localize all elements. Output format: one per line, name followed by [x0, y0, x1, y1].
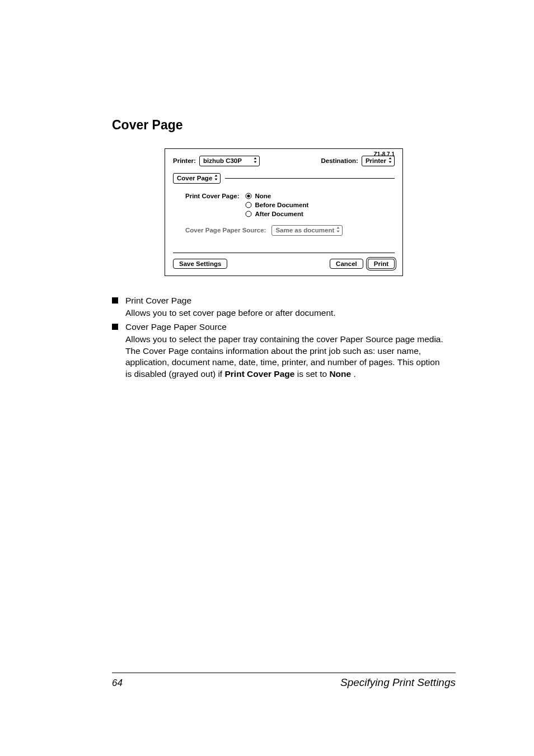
print-button[interactable]: Print — [368, 259, 395, 269]
bullet-body: Allows you to select the paper tray cont… — [125, 334, 444, 381]
panel-rule — [225, 178, 395, 179]
radio-after[interactable]: After Document — [245, 211, 395, 217]
radio-after-label: After Document — [255, 211, 303, 217]
print-cover-page-label: Print Cover Page: — [185, 193, 240, 217]
radio-unselected-icon — [245, 211, 252, 217]
cancel-button[interactable]: Cancel — [330, 259, 363, 269]
updown-icon — [336, 227, 340, 234]
save-settings-button[interactable]: Save Settings — [173, 259, 227, 269]
page-footer: 64 Specifying Print Settings — [112, 673, 456, 689]
destination-select-value: Printer — [366, 157, 386, 165]
print-dialog: Z1-8.7.1 Printer: bizhub C30P Destinatio… — [165, 148, 403, 276]
printer-select-value: bizhub C30P — [203, 157, 242, 165]
paper-source-row: Cover Page Paper Source: Same as documen… — [185, 225, 395, 236]
paper-source-value: Same as document — [275, 226, 334, 235]
paper-source-label: Cover Page Paper Source: — [185, 227, 266, 234]
footer-row: 64 Specifying Print Settings — [112, 676, 456, 689]
destination-select[interactable]: Printer — [362, 156, 395, 166]
printer-label: Printer: — [173, 157, 196, 164]
panel-select-value: Cover Page — [177, 174, 212, 183]
svg-point-1 — [247, 194, 250, 197]
dialog-separator — [173, 253, 395, 253]
body-text: is set to — [297, 369, 330, 379]
bullet-list: Print Cover Page Allows you to set cover… — [112, 295, 456, 380]
radio-options: None Before Document After Document — [245, 193, 395, 217]
updown-icon — [214, 175, 218, 181]
page-number: 64 — [112, 678, 123, 689]
body-text: . — [353, 369, 355, 379]
dialog-actions: Save Settings Cancel Print — [173, 259, 395, 269]
list-item: Print Cover Page Allows you to set cover… — [112, 295, 444, 319]
radio-unselected-icon — [245, 202, 252, 208]
list-item: Cover Page Paper Source Allows you to se… — [112, 321, 444, 381]
radio-none[interactable]: None — [245, 193, 395, 199]
printer-select[interactable]: bizhub C30P — [199, 156, 260, 166]
radio-before[interactable]: Before Document — [245, 202, 395, 208]
body-strong: Print Cover Page — [224, 369, 294, 379]
dialog-top-row: Z1-8.7.1 Printer: bizhub C30P Destinatio… — [173, 156, 395, 166]
cover-page-radio-group: Print Cover Page: None Before Document — [185, 193, 395, 217]
bullet-body: Allows you to set cover page before or a… — [125, 307, 444, 319]
destination-label: Destination: — [321, 157, 358, 164]
paper-source-select: Same as document — [271, 225, 343, 236]
updown-icon — [388, 157, 392, 164]
radio-selected-icon — [245, 193, 252, 199]
bullet-title: Print Cover Page — [125, 295, 444, 307]
page-title: Cover Page — [112, 118, 456, 133]
panel-select[interactable]: Cover Page — [173, 173, 221, 184]
footer-rule — [112, 673, 456, 673]
panel-row: Cover Page — [173, 173, 395, 184]
svg-point-3 — [246, 211, 251, 217]
footer-title: Specifying Print Settings — [340, 676, 456, 689]
radio-before-label: Before Document — [255, 202, 309, 208]
bullet-title: Cover Page Paper Source — [125, 321, 444, 333]
body-strong: None — [329, 369, 351, 379]
radio-none-label: None — [255, 193, 271, 199]
svg-point-2 — [246, 202, 251, 208]
updown-icon — [253, 157, 257, 164]
